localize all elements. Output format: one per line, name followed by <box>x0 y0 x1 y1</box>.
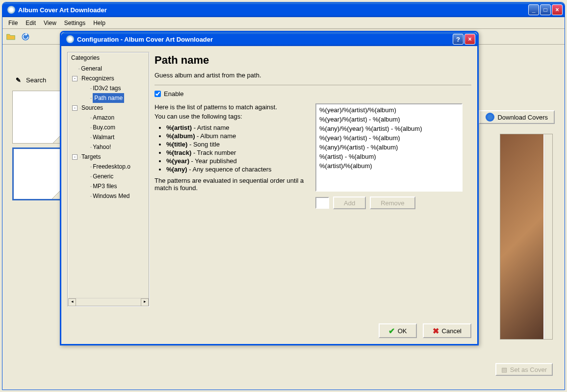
config-panel: Path name Guess album and artist from th… <box>155 52 471 338</box>
tree-recognizers[interactable]: Recognizers <box>81 74 114 83</box>
cover-preview-panel <box>500 134 553 340</box>
check-icon: ✔ <box>388 326 395 336</box>
main-titlebar[interactable]: Album Cover Art Downloader _ □ × <box>2 2 565 17</box>
pattern-item[interactable]: %(year)/%(artist)/%(album) <box>317 105 461 115</box>
panel-title: Path name <box>155 54 471 67</box>
pattern-item[interactable]: %(artist) - %(album) <box>317 152 461 161</box>
close-button[interactable]: × <box>552 4 563 15</box>
tree-generic[interactable]: Generic <box>93 172 113 181</box>
album-thumb[interactable] <box>12 91 65 144</box>
tree-walmart[interactable]: Walmart <box>93 132 114 142</box>
album-thumbnails <box>12 91 66 204</box>
tree-sources[interactable]: Sources <box>81 103 103 113</box>
scroll-right-icon[interactable]: ▸ <box>141 298 149 306</box>
menu-help[interactable]: Help <box>89 19 109 27</box>
pattern-item[interactable]: %(year)/%(artist) - %(album) <box>317 115 461 124</box>
scrollbar[interactable] <box>544 134 552 339</box>
dialog-titlebar[interactable]: Configuration - Album Cover Art Download… <box>61 32 477 46</box>
pattern-list[interactable]: %(year)/%(artist)/%(album) %(year)/%(art… <box>315 103 463 192</box>
minimize-button[interactable]: _ <box>528 4 539 15</box>
dialog-title: Configuration - Album Cover Art Download… <box>77 36 452 43</box>
enable-row[interactable]: Enable <box>155 90 471 98</box>
tree-winmedia[interactable]: Windows Med <box>93 191 129 201</box>
album-thumb-selected[interactable] <box>12 147 65 200</box>
pattern-item[interactable]: %(artist)/%(album) <box>317 161 461 171</box>
tree-amazon[interactable]: Amazon <box>93 113 114 122</box>
categories-tree-panel: Categories ··General -·Recognizers ··ID3… <box>67 52 150 307</box>
pattern-item[interactable]: %(any)/%(artist) - %(album) <box>317 143 461 152</box>
tree-targets[interactable]: Targets <box>81 152 101 162</box>
set-as-cover-button[interactable]: ▧ Set as Cover <box>495 363 553 376</box>
pattern-item[interactable]: %(any)/%(year) %(artist) - %(album) <box>317 124 461 133</box>
dialog-close-button[interactable]: × <box>464 34 475 45</box>
tree-freedesktop[interactable]: Freedesktop.o <box>93 162 130 172</box>
categories-tree[interactable]: ··General -·Recognizers ··ID3v2 tags ··P… <box>68 63 149 298</box>
scroll-left-icon[interactable]: ◂ <box>68 298 76 306</box>
menu-edit[interactable]: Edit <box>22 19 40 27</box>
add-button[interactable]: Add <box>333 196 366 209</box>
search-row: ✎ Search <box>14 76 46 84</box>
x-icon: ✖ <box>433 326 439 336</box>
open-folder-icon[interactable] <box>4 30 17 43</box>
panel-subtitle: Guess album and artist from the path. <box>155 72 471 79</box>
download-covers-button[interactable]: Download Covers <box>479 110 555 124</box>
maximize-button[interactable]: □ <box>540 4 551 15</box>
cancel-button[interactable]: ✖ Cancel <box>423 323 471 338</box>
search-label: Search <box>26 76 46 84</box>
collapse-icon[interactable]: - <box>72 154 77 160</box>
tags-description: Here is the list of patterns to match ag… <box>155 103 307 209</box>
menu-file[interactable]: File <box>4 19 22 27</box>
dialog-app-icon <box>66 35 74 43</box>
help-button[interactable]: ? <box>453 34 464 45</box>
tree-mp3[interactable]: MP3 files <box>93 181 117 191</box>
configuration-dialog: Configuration - Album Cover Art Download… <box>60 31 479 345</box>
pattern-input[interactable] <box>315 197 329 209</box>
tree-heading: Categories <box>68 53 149 63</box>
search-icon: ✎ <box>14 76 22 84</box>
menu-view[interactable]: View <box>40 19 60 27</box>
tree-id3v2[interactable]: ID3v2 tags <box>93 83 121 93</box>
pattern-item[interactable]: %(year) %(artist) - %(album) <box>317 133 461 143</box>
collapse-icon[interactable]: - <box>72 105 77 111</box>
download-icon <box>486 113 494 122</box>
main-title: Album Cover Art Downloader <box>18 6 527 14</box>
tree-buycom[interactable]: Buy.com <box>93 122 115 132</box>
enable-label: Enable <box>164 90 183 98</box>
tree-pathname[interactable]: Path name <box>93 93 124 103</box>
divider <box>155 85 471 85</box>
collapse-icon[interactable]: - <box>72 76 77 81</box>
refresh-icon[interactable] <box>19 30 32 43</box>
menu-settings[interactable]: Settings <box>60 19 89 27</box>
app-icon <box>7 6 15 14</box>
ok-button[interactable]: ✔ OK <box>379 323 417 338</box>
tree-general[interactable]: General <box>81 64 102 74</box>
remove-button[interactable]: Remove <box>370 196 415 209</box>
enable-checkbox[interactable] <box>155 91 161 97</box>
cover-preview-image[interactable] <box>500 134 543 339</box>
tree-yahoo[interactable]: Yahoo! <box>93 142 111 152</box>
tree-h-scrollbar[interactable]: ◂ ▸ <box>68 298 149 306</box>
menubar: File Edit View Settings Help <box>2 17 565 29</box>
image-icon: ▧ <box>501 366 507 373</box>
